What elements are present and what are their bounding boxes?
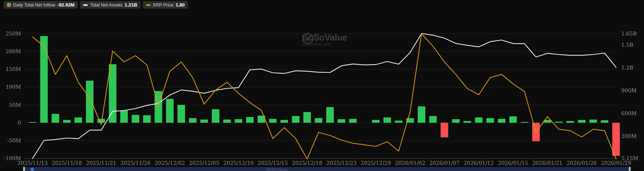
inflow-bar[interactable] [338,119,345,123]
x-axis-tick-label: 2025/11/18 [50,160,84,166]
inflow-bar[interactable] [74,117,82,123]
inflow-bar[interactable] [280,120,288,123]
inflow-bar[interactable] [452,119,460,123]
x-axis-tick-label: 2025/11/26 [118,160,153,166]
navigator-watermark: SoSoValue [266,167,288,171]
inflow-bar[interactable] [303,112,311,123]
legend-value: 1.21B [125,2,137,8]
legend-label: Total Net Assets [90,3,123,8]
x-axis-tick-label: 2026/01/07 [427,160,462,166]
inflow-bar[interactable] [235,119,242,123]
sosovalue-watermark: SoSoValue sosovalue.com [302,33,347,47]
x-axis-tick-label: 2025/11/21 [84,160,119,166]
legend-value: -92.92M [57,2,75,8]
legend-value: 1.80 [176,2,185,8]
inflow-bar[interactable] [63,120,70,123]
x-axis-tick-label: 2025/12/05 [187,160,222,166]
y-axis-left-tick-label: 50M [0,102,21,108]
legend-label: XRP Price [153,3,173,8]
y-axis-right-tick-label: 300M [621,133,637,139]
y-axis-left-tick-label: -50M [0,138,21,143]
chart-plot[interactable] [0,0,644,171]
inflow-bar[interactable] [269,119,276,123]
inflow-bar[interactable] [509,116,517,123]
xrp-etf-flows-chart: Daily Total Net Inflow -92.92M Total Net… [0,0,644,171]
y-axis-left-tick-label: 250M [0,31,21,37]
inflow-bar[interactable] [166,99,173,123]
sosovalue-cube-icon [302,33,313,45]
inflow-bar[interactable] [200,120,208,123]
x-axis-tick-label: 2025/12/29 [359,160,393,166]
inflow-bar[interactable] [40,36,48,123]
y-axis-left-tick-label: 0 [0,120,21,126]
inflow-bar[interactable] [177,105,185,123]
inflow-bar[interactable] [429,116,437,123]
y-axis-left-tick-label: 150M [0,66,21,72]
inflow-bar[interactable] [132,115,139,123]
inflow-bar[interactable] [292,116,300,123]
x-axis-tick-label: 2025/12/23 [324,160,359,166]
inflow-bar[interactable] [567,121,574,123]
inflow-bar[interactable] [349,119,357,123]
chart-legend: Daily Total Net Inflow -92.92M Total Net… [4,1,188,9]
y-axis-right-tick-label: 1.5B [621,42,634,48]
inflow-bar[interactable] [601,120,609,123]
net-inflow-swatch-icon [7,3,11,7]
inflow-bar[interactable] [52,114,59,123]
x-axis-tick-label: 2026/01/15 [496,160,531,166]
x-axis-tick-label: 2026/01/21 [530,160,565,166]
sosovalue-cube-icon [266,167,270,171]
inflow-bar[interactable] [475,117,482,123]
inflow-bar[interactable] [589,120,597,123]
legend-label: Daily Total Net Inflow [13,3,55,8]
inflow-bar[interactable] [521,122,528,123]
x-axis-tick-label: 2025/12/15 [256,160,290,166]
navigator-left-handle-icon[interactable] [23,167,25,171]
x-axis-tick-label: 2026/01/29 [599,160,634,166]
inflow-bar[interactable] [612,123,620,156]
inflow-bar[interactable] [143,115,151,123]
x-axis-tick-label: 2026/01/26 [564,160,599,166]
net-assets-line[interactable] [33,34,616,159]
x-axis-tick-label: 2025/11/13 [15,160,50,166]
inflow-bar[interactable] [498,119,506,123]
inflow-bar[interactable] [315,118,322,123]
inflow-bar[interactable] [246,117,254,123]
inflow-bar[interactable] [372,120,379,123]
y-axis-right-tick-label: 600M [621,110,637,116]
legend-pill-daily-net-inflow[interactable]: Daily Total Net Inflow -92.92M [4,1,78,9]
inflow-bar[interactable] [486,118,494,123]
inflow-bar[interactable] [555,122,563,123]
inflow-bar[interactable] [395,121,403,123]
net-assets-line-icon [83,4,88,6]
inflow-bar[interactable] [29,122,37,123]
inflow-bar[interactable] [223,120,231,123]
inflow-bar[interactable] [109,64,116,122]
legend-pill-xrp-price[interactable]: XRP Price 1.80 [143,1,188,9]
xrp-price-line[interactable] [33,34,616,159]
inflow-bar[interactable] [120,110,128,122]
x-axis-tick-label: 2025/12/02 [153,160,187,166]
y-axis-left-tick-label: 100M [0,84,21,90]
inflow-bar[interactable] [383,117,391,123]
xrp-price-line-icon [146,4,151,6]
y-axis-right-tick-label: 1.2B [621,65,634,71]
y-axis-left-tick-label: 200M [0,49,21,54]
y-axis-right-tick-label: 1.65B [621,31,637,37]
inflow-bar[interactable] [418,107,425,123]
legend-pill-total-net-assets[interactable]: Total Net Assets 1.21B [80,1,140,9]
navigator-right-handle-icon[interactable] [629,167,631,171]
y-axis-right-tick-label: 900M [621,88,637,93]
x-axis-tick-label: 2026/01/02 [393,160,428,166]
x-axis-tick-label: 2025/12/18 [290,160,325,166]
x-axis-tick-label: 2026/01/12 [461,160,496,166]
inflow-bar[interactable] [86,81,94,123]
inflow-bar[interactable] [464,121,471,123]
inflow-bar[interactable] [441,123,448,137]
x-axis-tick-label: 2025/12/10 [221,160,256,166]
inflow-bar[interactable] [212,109,219,122]
inflow-bar[interactable] [189,118,197,123]
inflow-bar[interactable] [578,120,585,123]
inflow-bar[interactable] [326,107,334,123]
chart-navigator[interactable] [24,167,631,171]
